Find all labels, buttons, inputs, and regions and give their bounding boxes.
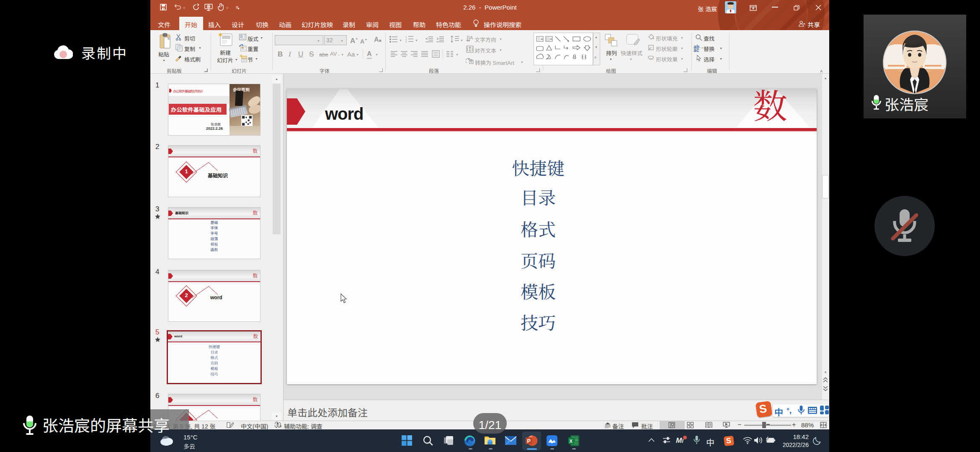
svg-text:A: A — [470, 35, 473, 40]
svg-text:A: A — [550, 37, 552, 41]
svg-text:3: 3 — [405, 41, 407, 43]
svg-text:P: P — [527, 438, 531, 444]
svg-text:X: X — [570, 439, 573, 444]
svg-text:A: A — [541, 37, 543, 41]
